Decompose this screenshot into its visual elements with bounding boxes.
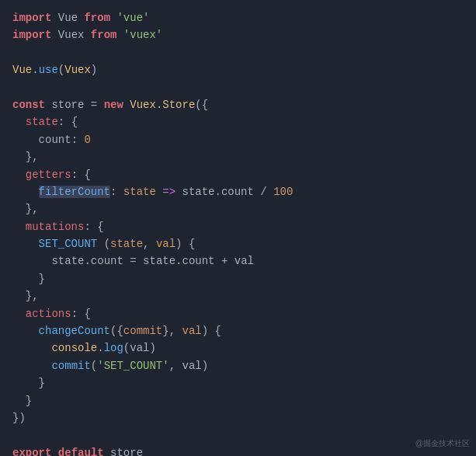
- keyword-new: new: [104, 99, 123, 111]
- param-state: state: [123, 186, 156, 198]
- code-line-19: changeCount({commit}, val) {: [12, 322, 464, 339]
- vue-obj: Vue: [12, 64, 32, 76]
- code-line-1: import Vue from 'vue': [12, 9, 464, 26]
- key-mutations: mutations: [26, 221, 85, 233]
- code-line-2: import Vuex from 'vuex': [12, 26, 464, 44]
- num-100: 100: [273, 186, 293, 198]
- vuex-ref: Vuex: [64, 64, 91, 76]
- code-line-16: }: [12, 270, 464, 287]
- key-getters: getters: [26, 169, 71, 181]
- param-val2: val: [182, 325, 201, 337]
- key-actions: actions: [26, 308, 71, 320]
- method-use: use: [39, 64, 58, 76]
- param-commit: commit: [123, 325, 162, 337]
- code-line-6: const store = new Vuex.Store({: [12, 96, 464, 113]
- code-editor: import Vue from 'vue' import Vuex from '…: [0, 0, 476, 456]
- code-line-5: [12, 79, 464, 96]
- fn-set-count: SET_COUNT: [39, 238, 98, 250]
- code-line-24: }): [12, 409, 464, 426]
- code-line-21: commit('SET_COUNT', val): [12, 357, 464, 374]
- code-line-17: },: [12, 287, 464, 305]
- code-line-18: actions: {: [12, 305, 464, 322]
- keyword-import: import: [12, 12, 51, 24]
- code-line-4: Vue.use(Vuex): [12, 61, 464, 78]
- keyword-const: const: [12, 99, 45, 111]
- key-state: state: [26, 116, 58, 128]
- code-line-8: count: 0: [12, 131, 464, 148]
- code-line-23: }: [12, 392, 464, 409]
- code-line-11: filterCount: state => state.count / 100: [12, 183, 464, 200]
- code-line-15: state.count = state.count + val: [12, 252, 464, 270]
- code-line-25: [12, 426, 464, 444]
- code-line-26: export default store: [12, 444, 464, 456]
- num-zero: 0: [84, 134, 90, 146]
- store-ref: store: [110, 447, 143, 456]
- code-line-22: }: [12, 374, 464, 392]
- prop-count: count: [39, 134, 71, 146]
- state-count-ref: state: [182, 186, 214, 198]
- keyword-default: default: [58, 447, 104, 456]
- code-line-9: },: [12, 148, 464, 165]
- string-vue: 'vue': [116, 12, 149, 24]
- method-commit: commit: [51, 360, 90, 372]
- keyword-from: from: [84, 12, 110, 24]
- code-line-10: getters: {: [12, 166, 464, 183]
- console-obj: console: [51, 342, 97, 354]
- code-line-7: state: {: [12, 113, 464, 131]
- highlight-filtercount: filterCount: [39, 186, 110, 198]
- code-line-20: console.log(val): [12, 339, 464, 357]
- string-vuex: 'vuex': [123, 29, 162, 41]
- param-val: val: [156, 238, 175, 250]
- code-line-3: [12, 44, 464, 61]
- method-log: log: [104, 342, 123, 354]
- string-set-count: 'SET_COUNT': [97, 360, 169, 372]
- keyword-import2: import: [12, 29, 51, 41]
- code-line-12: },: [12, 200, 464, 218]
- code-line-14: SET_COUNT (state, val) {: [12, 235, 464, 252]
- arrow-op: =>: [162, 186, 175, 198]
- code-line-13: mutations: {: [12, 218, 464, 235]
- param-state2: state: [110, 238, 143, 250]
- watermark: @掘金技术社区: [415, 437, 470, 450]
- count-prop: count: [221, 186, 254, 198]
- vuex-store: Vuex: [130, 99, 156, 111]
- store-class: Store: [162, 99, 195, 111]
- keyword-export: export: [12, 447, 51, 456]
- keyword-from2: from: [91, 29, 117, 41]
- fn-change-count: changeCount: [39, 325, 110, 337]
